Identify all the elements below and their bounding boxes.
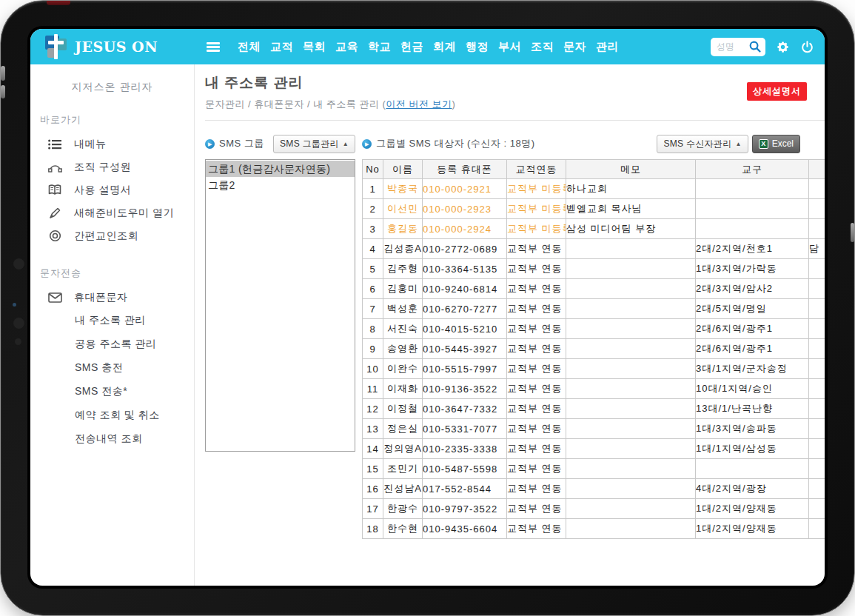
table-row[interactable]: 9송영환010-5445-3927교적부 연동2대/6지역/광주1 xyxy=(363,339,825,359)
sidebar-item[interactable]: SMS 전송* xyxy=(30,380,194,404)
sidebar-item-label: 예약 조회 및 취소 xyxy=(75,409,160,422)
sidebar-item-label: 간편교인조회 xyxy=(74,230,138,243)
cell-no: 2 xyxy=(363,199,383,219)
cell-name: 이선민 xyxy=(383,199,423,219)
cell-district: 2대/6지역/광주1 xyxy=(696,339,809,359)
table-row[interactable]: 7백성훈010-6270-7277교적부 연동2대/5지역/명일 xyxy=(363,299,825,319)
nav-item[interactable]: 교육 xyxy=(335,40,358,54)
cell-memo xyxy=(566,419,696,439)
table-row[interactable]: 6김홍미010-9240-6814교적부 연동2대/3지역/암사2 xyxy=(363,279,825,299)
sms-group-manage-label: SMS 그룹관리 xyxy=(280,138,339,150)
cell-extra xyxy=(809,459,825,479)
table-row[interactable]: 4김성종A010-2772-0689교적부 연동2대/2지역/천호1담 xyxy=(363,239,825,259)
sidebar-item[interactable]: 새해준비도우미 열기 xyxy=(30,201,194,224)
group-list-item[interactable]: 그룹2 xyxy=(206,177,355,193)
top-bar: JESUS ON 전체교적목회교육학교헌금회계행정부서조직문자관리 xyxy=(30,29,825,64)
table-row[interactable]: 5김주형010-3364-5135교적부 연동1대/3지역/가락동 xyxy=(363,259,825,279)
group-list: 그룹1 (헌금감사문자연동)그룹2 xyxy=(205,159,355,452)
nav-item[interactable]: 행정 xyxy=(466,40,489,54)
cell-name: 백성훈 xyxy=(383,299,423,319)
sidebar-item[interactable]: 간편교인조회 xyxy=(30,224,194,247)
table-row[interactable]: 12이정철010-3647-7332교적부 연동13대/1/난곡난향 xyxy=(363,399,825,419)
table-row[interactable]: 16진성남A017-552-8544교적부 연동4대/2지역/광장 xyxy=(363,479,825,499)
cell-extra xyxy=(809,179,825,199)
group-list-item[interactable]: 그룹1 (헌금감사문자연동) xyxy=(206,161,355,177)
cell-phone: 010-9136-3522 xyxy=(423,379,507,399)
excel-icon: X xyxy=(759,139,768,149)
nav-item[interactable]: 문자 xyxy=(563,40,586,54)
search-input[interactable] xyxy=(715,41,748,53)
cell-phone: 010-5515-7997 xyxy=(423,359,507,379)
nav-item[interactable]: 조직 xyxy=(531,40,554,54)
cell-district: 2대/6지역/광주1 xyxy=(696,319,809,339)
table-row[interactable]: 18한수현010-9435-6604교적부 연동1대/2지역/양재동 xyxy=(363,519,825,539)
sidebar-item-label: 휴대폰문자 xyxy=(74,291,128,304)
detail-manual-button[interactable]: 상세설명서 xyxy=(747,82,807,101)
breadcrumb-close: ) xyxy=(452,98,456,110)
table-row[interactable]: 11이재화010-9136-3522교적부 연동10대/1지역/승인 xyxy=(363,379,825,399)
nav-item[interactable]: 목회 xyxy=(303,40,326,54)
nav-item[interactable]: 교적 xyxy=(270,40,293,54)
sidebar-item-label: 공용 주소록 관리 xyxy=(75,338,156,351)
previous-version-link[interactable]: 이전 버전 보기 xyxy=(386,98,452,110)
sidebar-item[interactable]: SMS 충전 xyxy=(30,356,194,380)
cell-district xyxy=(696,219,809,239)
table-row[interactable]: 14정의영A010-2335-3338교적부 연동1대/1지역/삼성동 xyxy=(363,439,825,459)
cell-name: 정의영A xyxy=(383,439,423,459)
sidebar-item[interactable]: 휴대폰문자 xyxy=(30,286,194,309)
gear-icon[interactable] xyxy=(775,39,790,54)
nav-item[interactable]: 관리 xyxy=(596,40,619,54)
cell-phone: 010-4015-5210 xyxy=(423,319,507,339)
cell-extra xyxy=(809,279,825,299)
cell-status: 교적부 연동 xyxy=(507,379,566,399)
nav-item[interactable]: 부서 xyxy=(498,40,521,54)
org-curve-icon xyxy=(47,161,62,174)
cell-memo xyxy=(566,279,696,299)
power-icon[interactable] xyxy=(799,39,814,54)
table-row[interactable]: 15조민기010-5487-5598교적부 연동 xyxy=(363,459,825,479)
page-title: 내 주소록 관리 xyxy=(205,73,825,93)
table-header-row: No이름등록 휴대폰교적연동메모교구교 xyxy=(363,160,825,179)
sidebar-item[interactable]: 예약 조회 및 취소 xyxy=(30,404,194,427)
nav-item[interactable]: 전체 xyxy=(238,40,261,54)
cell-no: 13 xyxy=(363,419,383,439)
table-row[interactable]: 10이완수010-5515-7997교적부 연동3대/1지역/군자송정 xyxy=(363,359,825,379)
table-row[interactable]: 8서진숙010-4015-5210교적부 연동2대/6지역/광주1 xyxy=(363,319,825,339)
cell-extra xyxy=(809,439,825,459)
table-row[interactable]: 13정은실010-5331-7077교적부 연동1대/3지역/송파동 xyxy=(363,419,825,439)
cell-phone: 010-5331-7077 xyxy=(423,419,507,439)
cell-memo xyxy=(566,519,696,539)
table-row[interactable]: 3홍길동010-000-2924교적부 미등록삼성 미디어팀 부장 xyxy=(363,219,825,239)
cell-name: 한수현 xyxy=(383,519,423,539)
cell-extra xyxy=(809,419,825,439)
cell-name: 홍길동 xyxy=(383,219,423,239)
sms-group-manage-button[interactable]: SMS 그룹관리 ▲ xyxy=(273,135,355,153)
main-nav: 전체교적목회교육학교헌금회계행정부서조직문자관리 xyxy=(238,40,619,54)
sidebar-item[interactable]: 전송내역 조회 xyxy=(30,427,194,451)
excel-button[interactable]: X Excel xyxy=(752,135,800,153)
sms-recipient-manage-button[interactable]: SMS 수신자관리 ▲ xyxy=(657,135,748,153)
cell-memo xyxy=(566,379,696,399)
app-logo[interactable]: JESUS ON xyxy=(45,34,207,59)
sidebar-item[interactable]: 공용 주소록 관리 xyxy=(30,332,194,356)
nav-item[interactable]: 학교 xyxy=(368,40,391,54)
table-row[interactable]: 17한광수010-9797-3522교적부 연동1대/2지역/양재동 xyxy=(363,499,825,519)
sidebar-item-label: 새해준비도우미 열기 xyxy=(74,207,174,220)
tablet-side-button xyxy=(1,66,5,81)
sidebar-item[interactable]: 사용 설명서 xyxy=(30,178,194,201)
cell-name: 박종국 xyxy=(383,179,423,199)
sms-group-panel-header: SMS 그룹 SMS 그룹관리 ▲ xyxy=(205,134,355,153)
cell-extra: 담 xyxy=(809,239,825,259)
search-icon[interactable] xyxy=(748,39,762,54)
logo-text: JESUS ON xyxy=(75,38,158,55)
nav-item[interactable]: 회계 xyxy=(433,40,456,54)
table-row[interactable]: 1박종국010-000-2921교적부 미등록하나교회 xyxy=(363,179,825,199)
sidebar-item[interactable]: 내 주소록 관리 xyxy=(30,309,194,332)
sidebar-item[interactable]: 조직 구성원 xyxy=(30,155,194,178)
hamburger-menu-icon[interactable] xyxy=(207,42,220,52)
cell-status: 교적부 미등록 xyxy=(507,179,566,199)
sidebar-item[interactable]: 내메뉴 xyxy=(30,133,194,155)
table-row[interactable]: 2이선민010-000-2923교적부 미등록벧엘교회 목사님 xyxy=(363,199,825,219)
eye-icon xyxy=(47,230,62,243)
nav-item[interactable]: 헌금 xyxy=(400,40,423,54)
